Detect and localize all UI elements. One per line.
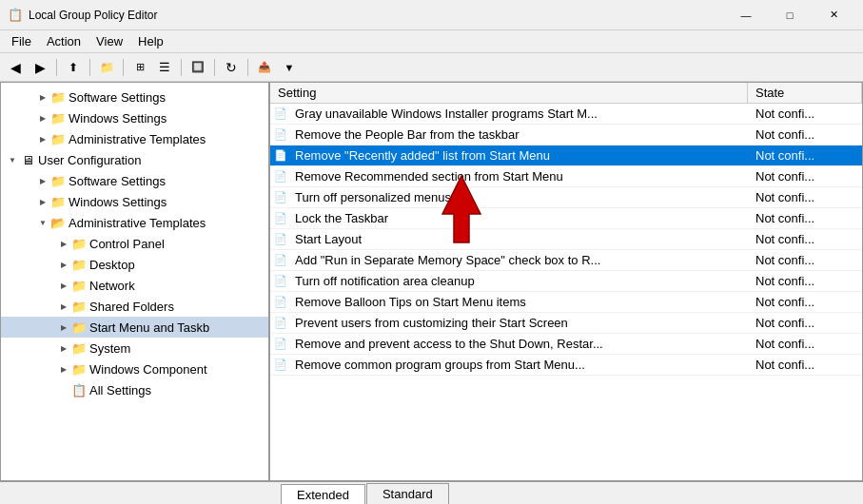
tree-label-network: Network (89, 279, 135, 293)
tree-label-admin-templates: Administrative Templates (69, 216, 206, 230)
row-text-row1: Gray unavailable Windows Installer progr… (291, 107, 748, 121)
tree-arrow-win-settings-top: ▶ (35, 110, 50, 126)
list-row-row13[interactable]: 📄 Remove common program groups from Star… (270, 355, 862, 376)
menu-action[interactable]: Action (39, 32, 88, 50)
row-state-row12: Not confi... (748, 337, 862, 351)
menu-view[interactable]: View (88, 32, 130, 50)
list-row-row6[interactable]: 📄 Lock the Taskbar Not confi... (270, 208, 862, 229)
tree-label-control-panel: Control Panel (89, 237, 165, 251)
toolbar: ◀ ▶ ⬆ 📁 ⊞ ☰ 🔲 ↻ 📤 ▼ (0, 53, 863, 82)
tree-arrow-sw-settings-top: ▶ (35, 89, 50, 105)
tree-item-network[interactable]: ▶ 📁 Network (1, 275, 268, 296)
tree-item-admin-templates-top[interactable]: ▶ 📁 Administrative Templates (1, 128, 268, 149)
menu-bar: File Action View Help (0, 30, 863, 53)
title-bar-title: Local Group Policy Editor (29, 9, 724, 22)
folder-icon-win-settings: 📁 (50, 195, 66, 208)
tree-arrow-windows-component: ▶ (56, 361, 71, 377)
tree-item-start-menu-taskbar[interactable]: ▶ 📁 Start Menu and Taskb (1, 317, 268, 338)
tree-item-sw-settings-top[interactable]: ▶ 📁 Software Settings (1, 87, 268, 107)
folder-icon-sw-settings: 📁 (50, 174, 66, 187)
tree-item-admin-templates[interactable]: ▼ 📂 Administrative Templates (1, 212, 268, 233)
row-icon-row2: 📄 (270, 125, 291, 145)
tree-arrow-win-settings: ▶ (35, 194, 50, 209)
folder-icon-system: 📁 (71, 341, 87, 355)
list-row-row2[interactable]: 📄 Remove the People Bar from the taskbar… (270, 125, 862, 145)
tree-item-shared-folders[interactable]: ▶ 📁 Shared Folders (1, 296, 268, 317)
row-text-row6: Lock the Taskbar (291, 211, 748, 225)
tree-label-sw-settings: Software Settings (69, 174, 166, 188)
row-text-row12: Remove and prevent access to the Shut Do… (291, 337, 748, 351)
row-state-row11: Not confi... (748, 316, 862, 330)
folder-button[interactable]: 📁 (95, 57, 118, 78)
up-button[interactable]: ⬆ (62, 57, 85, 78)
view2-button[interactable]: ☰ (153, 57, 176, 78)
toolbar-separator-4 (181, 59, 182, 76)
close-button[interactable]: ✕ (812, 0, 855, 30)
list-row-row12[interactable]: 📄 Remove and prevent access to the Shut … (270, 334, 862, 355)
tree-item-win-settings[interactable]: ▶ 📁 Windows Settings (1, 191, 268, 212)
row-text-row7: Start Layout (291, 232, 748, 246)
menu-file[interactable]: File (4, 32, 39, 50)
header-setting[interactable]: Setting (270, 83, 748, 103)
tree-item-system[interactable]: ▶ 📁 System (1, 338, 268, 359)
tree-arrow-user-config: ▼ (5, 152, 20, 167)
refresh-button[interactable]: ↻ (220, 57, 243, 78)
row-text-row5: Turn off personalized menus (291, 190, 748, 204)
tree-arrow-admin-templates: ▼ (35, 215, 50, 230)
toolbar-separator-5 (214, 59, 215, 76)
folder-icon-windows-component: 📁 (71, 362, 87, 376)
row-state-row10: Not confi... (748, 295, 862, 309)
list-row-row5[interactable]: 📄 Turn off personalized menus Not confi.… (270, 187, 862, 208)
filter-button[interactable]: ▼ (278, 57, 301, 78)
list-row-row11[interactable]: 📄 Prevent users from customizing their S… (270, 313, 862, 334)
back-button[interactable]: ◀ (4, 57, 27, 78)
tree-label-sw-settings-top: Software Settings (69, 90, 166, 105)
tree-item-user-config[interactable]: ▼ 🖥 User Configuration (1, 149, 268, 170)
maximize-button[interactable]: □ (768, 0, 812, 30)
list-header: Setting State (270, 83, 862, 104)
row-icon-row5: 📄 (270, 187, 291, 208)
title-bar: 📋 Local Group Policy Editor — □ ✕ (0, 0, 863, 30)
list-row-row1[interactable]: 📄 Gray unavailable Windows Installer pro… (270, 104, 862, 125)
header-state[interactable]: State (748, 83, 862, 103)
list-row-row8[interactable]: 📄 Add "Run in Separate Memory Space" che… (270, 250, 862, 271)
tree-arrow-system: ▶ (56, 340, 71, 356)
row-icon-row4: 📄 (270, 166, 291, 187)
list-row-row10[interactable]: 📄 Remove Balloon Tips on Start Menu item… (270, 292, 862, 313)
view1-button[interactable]: ⊞ (128, 57, 151, 78)
list-row-row4[interactable]: 📄 Remove Recommended section from Start … (270, 166, 862, 187)
tab-extended[interactable]: Extended (281, 484, 365, 504)
tab-standard[interactable]: Standard (366, 483, 449, 504)
tree-label-desktop: Desktop (89, 258, 135, 272)
export-button[interactable]: 📤 (253, 57, 276, 78)
tree-item-desktop[interactable]: ▶ 📁 Desktop (1, 254, 268, 275)
folder-icon-admin-templates-top: 📁 (50, 132, 66, 145)
tree-item-sw-settings[interactable]: ▶ 📁 Software Settings (1, 170, 268, 191)
row-text-row3: Remove "Recently added" list from Start … (291, 148, 748, 163)
tree-label-start-menu-taskbar: Start Menu and Taskb (89, 320, 209, 335)
menu-help[interactable]: Help (130, 32, 171, 50)
list-row-row3[interactable]: 📄 Remove "Recently added" list from Star… (270, 145, 862, 166)
forward-button[interactable]: ▶ (29, 57, 51, 78)
tree-item-windows-component[interactable]: ▶ 📁 Windows Component (1, 359, 268, 379)
computer-icon-user-config: 🖥 (20, 153, 35, 166)
tree-label-shared-folders: Shared Folders (89, 300, 174, 314)
minimize-button[interactable]: — (724, 0, 768, 30)
row-icon-row8: 📄 (270, 250, 291, 271)
row-icon-row11: 📄 (270, 313, 291, 334)
tree-item-all-settings[interactable]: ▶ 📋 All Settings (1, 379, 268, 400)
tree-arrow-control-panel: ▶ (56, 236, 71, 251)
folder-icon-admin-templates: 📂 (50, 216, 66, 229)
row-state-row9: Not confi... (748, 274, 862, 288)
tree-item-control-panel[interactable]: ▶ 📁 Control Panel (1, 233, 268, 254)
list-row-row9[interactable]: 📄 Turn off notification area cleanup Not… (270, 271, 862, 292)
folder-icon-start-menu-taskbar: 📁 (71, 320, 87, 334)
tree-item-win-settings-top[interactable]: ▶ 📁 Windows Settings (1, 107, 268, 128)
tree-label-admin-templates-top: Administrative Templates (69, 132, 206, 146)
list-row-row7[interactable]: 📄 Start Layout Not confi... (270, 229, 862, 250)
tree-arrow-shared-folders: ▶ (56, 299, 71, 314)
tree-arrow-admin-templates-top: ▶ (35, 131, 50, 146)
properties-button[interactable]: 🔲 (186, 57, 209, 78)
row-state-row2: Not confi... (748, 127, 862, 142)
row-text-row11: Prevent users from customizing their Sta… (291, 316, 748, 330)
